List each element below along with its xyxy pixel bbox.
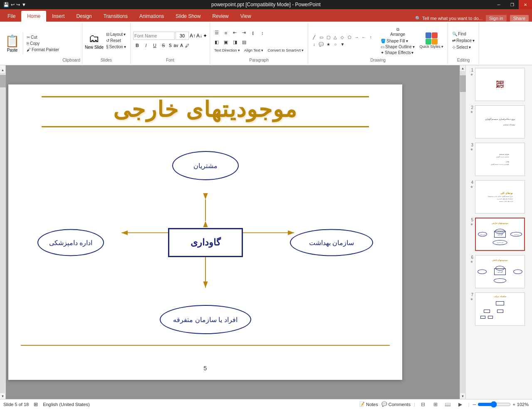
close-button[interactable]: ✕ [519, 0, 532, 9]
decrease-font-button[interactable]: A↓ [196, 33, 202, 39]
tab-design[interactable]: Design [70, 11, 97, 22]
quick-styles-button[interactable]: Quick Styles ▾ [418, 32, 445, 50]
convert-smartart-button[interactable]: Convert to SmartArt ▾ [266, 48, 305, 53]
shape-fill-button[interactable]: 🪣 Shape Fill ▾ [379, 38, 416, 44]
line-shape[interactable]: ╱ [311, 34, 317, 40]
customers-ellipse[interactable]: مشتریان [172, 151, 239, 180]
replace-button[interactable]: ⇄ Replace ▾ [450, 38, 476, 43]
align-center-button[interactable]: ▣ [222, 38, 230, 47]
arrow-down-shape[interactable]: ↓ [311, 41, 317, 47]
scroll-up-arrow[interactable]: ▲ [0, 67, 6, 73]
customize-icon[interactable]: ▼ [22, 2, 26, 7]
select-button[interactable]: ⊹ Select ▾ [450, 45, 473, 50]
reset-button[interactable]: ↺ Reset [104, 38, 128, 43]
zoom-out-button[interactable]: ─ [473, 402, 476, 407]
round-rect-shape[interactable]: ▢ [325, 34, 332, 40]
decrease-indent-button[interactable]: ⇤ [231, 29, 239, 37]
reading-view-button[interactable]: 📖 [443, 401, 453, 408]
scroll-thumb[interactable] [0, 75, 6, 87]
format-painter-button[interactable]: 🖌 Format Painter [25, 47, 61, 52]
tab-view[interactable]: View [235, 11, 257, 22]
strikethrough-button[interactable]: S [159, 41, 168, 50]
center-box[interactable]: گاوداری [168, 228, 243, 257]
zoom-slider[interactable] [478, 401, 511, 408]
slide-sorter-button[interactable]: ⊞ [431, 401, 440, 408]
highlight-button[interactable]: 🖊 [184, 43, 190, 48]
rect-shape[interactable]: ▭ [318, 34, 324, 40]
tab-review[interactable]: Review [206, 11, 234, 22]
clear-format-button[interactable]: ✦ [203, 33, 207, 39]
increase-font-button[interactable]: A↑ [190, 33, 195, 39]
tab-home[interactable]: Home [21, 11, 46, 22]
tab-animations[interactable]: Animations [134, 11, 170, 22]
find-button[interactable]: 🔍 Find [450, 31, 468, 37]
underline-button[interactable]: U [151, 41, 159, 50]
vet-ellipse[interactable]: اداره دامپزشکی [37, 229, 104, 256]
paste-button[interactable]: 📋 Paste [2, 32, 23, 54]
misc-ellipse[interactable]: افراد یا سازمان متفرقه [160, 305, 251, 334]
new-slide-button[interactable]: 🗂 [89, 32, 99, 45]
columns-button[interactable]: ⫿ [249, 29, 257, 37]
bold-button[interactable]: B [133, 41, 141, 50]
section-button[interactable]: § Section ▾ [104, 44, 128, 50]
slide-canvas[interactable]: موجودیتهای خارجی [8, 84, 402, 380]
diamond-shape[interactable]: ◇ [339, 34, 346, 40]
arrange-button[interactable]: ⧉ Arrange [379, 26, 416, 37]
shape-effects-button[interactable]: ✦ Shape Effects ▾ [379, 50, 416, 55]
more-shapes[interactable]: ▼ [339, 41, 346, 47]
tab-slideshow[interactable]: Slide Show [170, 11, 206, 22]
slide-title[interactable]: موجودیتهای خارجی [42, 97, 369, 122]
tab-transitions[interactable]: Transitions [98, 11, 134, 22]
scroll-down-arrow[interactable]: ▼ [0, 393, 6, 399]
zoom-level[interactable]: 102% [517, 402, 529, 407]
pentagon-shape[interactable]: ⬠ [346, 34, 353, 40]
thumbnail-7[interactable]: 7 ★ سلسله مراتب [468, 292, 530, 327]
increase-indent-button[interactable]: ⇥ [240, 29, 248, 37]
numbering-button[interactable]: ≡ [222, 29, 230, 37]
zoom-in-button[interactable]: + [512, 402, 515, 407]
right-scroll-thumb[interactable] [460, 75, 466, 92]
quick-access-toolbar[interactable]: 💾 ↩ ↪ ▼ [3, 0, 26, 9]
health-ellipse[interactable]: سازمان بهداشت [290, 229, 373, 256]
thumbnail-6[interactable]: 6 ★ موجودیتهای داخلی گاوداری [468, 254, 530, 289]
notes-button[interactable]: 📝 Notes [359, 402, 378, 407]
arrow-right-shape[interactable]: → [353, 34, 360, 40]
comments-button[interactable]: 💬 Comments [381, 402, 411, 407]
right-scroll-down[interactable]: ▼ [460, 393, 466, 399]
font-size-input[interactable] [176, 32, 189, 40]
thumbnail-1[interactable]: 1 ★ ﷽ [468, 67, 530, 102]
layout-button[interactable]: ⊟ Layout ▾ [104, 32, 128, 37]
restore-button[interactable]: ❐ [505, 0, 519, 9]
align-text-button[interactable]: Align Text ▾ [242, 48, 265, 53]
align-right-button[interactable]: ◨ [231, 38, 239, 47]
bullets-button[interactable]: ☰ [213, 29, 221, 37]
cut-button[interactable]: ✂ Cut [25, 35, 61, 40]
justify-button[interactable]: ▤ [240, 38, 248, 47]
thumbnail-2[interactable]: 2 ★ پروژه مکانیزاسازی سیستم گاوداری توضی… [468, 104, 530, 139]
window-controls[interactable]: ─ ❐ ✕ [492, 0, 532, 9]
thumbnail-5[interactable]: 5 ★ موجودیتهای خارجی گاوداری مشتریان دام… [468, 217, 530, 252]
minimize-button[interactable]: ─ [492, 0, 505, 9]
thumbnail-4[interactable]: 4 ★ نودهای کلی شرح سیستم گاوداری شامل تم… [468, 179, 530, 214]
normal-view-button[interactable]: ⊟ [418, 401, 428, 408]
shape-outline-button[interactable]: ▭ Shape Outline ▾ [379, 44, 416, 50]
font-name-input[interactable] [133, 32, 175, 40]
callout-shape[interactable]: 💬 [318, 41, 324, 47]
tell-me-input[interactable]: 🔍 Tell me what you want to do... [415, 16, 483, 21]
triangle-shape[interactable]: △ [332, 34, 339, 40]
ellipse-shape[interactable]: ○ [332, 41, 339, 47]
char-spacing-button[interactable]: av [173, 43, 179, 48]
save-icon[interactable]: 💾 [3, 2, 9, 7]
align-left-button[interactable]: ◧ [213, 38, 221, 47]
thumbnail-3[interactable]: 3 ★ معرفی سیستم سیستم مدیریت گاوداری هدف… [468, 142, 530, 177]
share-button[interactable]: Share [510, 15, 529, 22]
redo-icon[interactable]: ↪ [16, 2, 20, 7]
star-shape[interactable]: ★ [325, 41, 332, 47]
sign-in-button[interactable]: Sign in [486, 15, 507, 22]
right-scroll-up[interactable]: ▲ [460, 65, 466, 71]
arrow-up-shape[interactable]: ↑ [367, 34, 374, 40]
undo-icon[interactable]: ↩ [11, 2, 15, 7]
text-direction-button[interactable]: Text Direction ▾ [213, 48, 242, 53]
font-color-button[interactable]: A [179, 43, 184, 48]
shadow-button[interactable]: S [168, 43, 173, 48]
